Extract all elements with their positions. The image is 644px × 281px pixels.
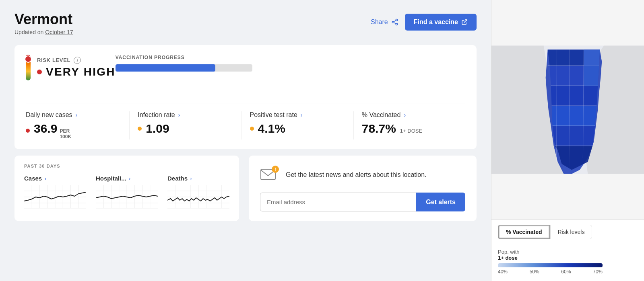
risk-value-row: VERY HIGH xyxy=(37,66,116,78)
alert-envelope-icon: ! xyxy=(260,165,279,185)
legend-bar xyxy=(498,263,603,267)
past-days-card: PAST 30 DAYS Cases › xyxy=(14,156,239,221)
progress-bar-fill xyxy=(116,64,215,72)
svg-line-3 xyxy=(394,23,396,24)
risk-card: RISK LEVEL i VERY HIGH VACCINATION PROGR… xyxy=(14,45,477,150)
chart-label-deaths: Deaths xyxy=(167,175,188,182)
progress-bar-container xyxy=(116,64,252,72)
stats-row: Daily new cases › 36.9 PER100K Infection… xyxy=(26,103,465,140)
legend-label-60: 60% xyxy=(561,269,571,275)
page-title: Vermont xyxy=(14,11,73,27)
vaccination-section: VACCINATION PROGRESS xyxy=(116,55,465,72)
legend-label-40: 40% xyxy=(498,269,508,275)
tab-vaccinated[interactable]: % Vaccinated xyxy=(498,225,550,239)
chevron-cases-icon: › xyxy=(44,175,46,182)
left-panel: Vermont Updated on October 17 Share Find… xyxy=(0,0,491,281)
risk-bar xyxy=(26,55,31,80)
right-panel: % Vaccinated Risk levels Pop. with 1+ do… xyxy=(491,0,644,281)
stat-positive-test[interactable]: Positive test rate › 4.1% xyxy=(250,111,354,140)
risk-info-icon[interactable]: i xyxy=(74,57,81,64)
svg-text:!: ! xyxy=(275,167,276,172)
stat-unit-daily: PER100K xyxy=(60,128,71,140)
vaccination-label: VACCINATION PROGRESS xyxy=(116,55,465,60)
mini-chart-cases xyxy=(24,185,86,209)
risk-section: RISK LEVEL i VERY HIGH xyxy=(26,55,116,80)
chart-cases[interactable]: Cases › xyxy=(24,175,86,209)
chevron-vaccinated-icon: › xyxy=(404,112,406,118)
email-input[interactable] xyxy=(260,193,416,211)
legend-label-50: 50% xyxy=(530,269,539,275)
stat-infection-rate[interactable]: Infection rate › 1.09 xyxy=(138,111,242,140)
legend-title-sub: 1+ dose xyxy=(498,255,638,261)
past-days-title: PAST 30 DAYS xyxy=(24,164,229,168)
map-legend: Pop. with 1+ dose 40% 50% 60% 70% xyxy=(491,244,644,281)
risk-bar-indicator xyxy=(25,55,32,63)
find-vaccine-button[interactable]: Find a vaccine xyxy=(405,14,477,31)
charts-row: Cases › xyxy=(24,175,229,209)
header-actions: Share Find a vaccine xyxy=(371,14,477,31)
svg-point-1 xyxy=(392,21,394,23)
chart-label-hosp: Hospitali... xyxy=(96,175,126,182)
chevron-daily-icon: › xyxy=(76,112,78,118)
chevron-deaths-icon: › xyxy=(190,175,192,182)
map-tabs: % Vaccinated Risk levels xyxy=(491,219,644,244)
share-icon xyxy=(391,18,398,26)
chart-label-cases: Cases xyxy=(24,175,42,182)
svg-point-2 xyxy=(396,23,398,25)
chart-hospitalization[interactable]: Hospitali... › xyxy=(96,175,158,209)
vaccine-label: Find a vaccine xyxy=(414,18,458,26)
stat-label-daily: Daily new cases xyxy=(26,111,72,119)
mini-chart-deaths xyxy=(167,185,229,209)
risk-label-row: RISK LEVEL i xyxy=(37,57,116,64)
risk-dot xyxy=(37,70,42,74)
stat-daily-new-cases[interactable]: Daily new cases › 36.9 PER100K xyxy=(26,111,130,140)
stat-label-positive: Positive test rate xyxy=(250,111,297,119)
legend-title: Pop. with 1+ dose xyxy=(498,249,638,261)
legend-labels: 40% 50% 60% 70% xyxy=(498,269,603,275)
alert-card: ! Get the latest news and alerts about t… xyxy=(249,156,477,221)
stat-label-vaccinated: % Vaccinated xyxy=(362,111,401,119)
stat-value-infection: 1.09 xyxy=(146,122,169,135)
updated-date-link[interactable]: October 17 xyxy=(45,29,73,35)
stat-vaccinated[interactable]: % Vaccinated › 78.7% 1+ DOSE xyxy=(362,111,465,140)
stat-dot-infection xyxy=(138,127,142,131)
stat-label-infection: Infection rate xyxy=(138,111,175,119)
risk-label-group: RISK LEVEL i VERY HIGH xyxy=(37,57,116,78)
mini-chart-hosp xyxy=(96,185,158,209)
alert-description: Get the latest news and alerts about thi… xyxy=(286,171,427,178)
svg-point-0 xyxy=(396,19,398,21)
get-alerts-button[interactable]: Get alerts xyxy=(416,193,465,211)
chevron-hosp-icon: › xyxy=(129,175,131,182)
updated-text: Updated on October 17 xyxy=(14,29,73,35)
stat-sub-vaccinated: 1+ DOSE xyxy=(400,128,422,134)
stat-value-daily: 36.9 xyxy=(34,122,57,135)
header: Vermont Updated on October 17 Share Find… xyxy=(14,11,477,35)
tab-risk-levels[interactable]: Risk levels xyxy=(550,225,592,239)
title-section: Vermont Updated on October 17 xyxy=(14,11,73,35)
chart-deaths[interactable]: Deaths › xyxy=(167,175,229,209)
main-container: Vermont Updated on October 17 Share Find… xyxy=(0,0,644,281)
share-label: Share xyxy=(371,18,388,26)
svg-line-5 xyxy=(464,20,467,23)
stat-value-vaccinated: 78.7% xyxy=(362,122,396,135)
external-link-icon xyxy=(461,19,468,25)
legend-label-70: 70% xyxy=(593,269,603,275)
risk-value: VERY HIGH xyxy=(46,66,116,78)
alert-input-row: Get alerts xyxy=(260,193,465,211)
chevron-infection-icon: › xyxy=(178,112,180,118)
share-button[interactable]: Share xyxy=(371,18,398,26)
stat-dot-daily xyxy=(26,129,30,133)
svg-line-4 xyxy=(394,21,396,22)
bottom-row: PAST 30 DAYS Cases › xyxy=(14,156,477,221)
chevron-positive-icon: › xyxy=(301,112,303,118)
stat-dot-positive xyxy=(250,127,254,131)
alert-top: ! Get the latest news and alerts about t… xyxy=(260,165,465,185)
stat-value-positive: 4.1% xyxy=(258,122,285,135)
risk-level-label: RISK LEVEL xyxy=(37,57,70,63)
map-container xyxy=(491,0,644,219)
